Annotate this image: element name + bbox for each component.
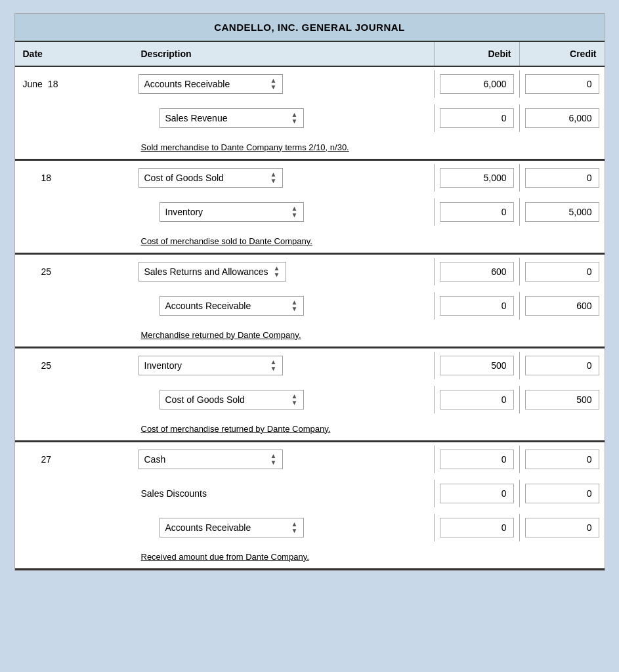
account-label: Accounts Receivable: [144, 79, 230, 89]
account-select[interactable]: Sales Returns and Allowances ▲▼: [139, 262, 286, 282]
header-debit: Debit: [434, 42, 519, 66]
credit-amount: 0: [525, 518, 599, 537]
description-cell: Inventory ▲▼: [133, 352, 434, 379]
account-select[interactable]: Sales Revenue ▲▼: [160, 108, 304, 128]
account-select[interactable]: Inventory ▲▼: [160, 202, 304, 222]
select-arrows-icon: ▲▼: [270, 171, 277, 184]
description-cell: Sales Returns and Allowances ▲▼: [133, 258, 434, 285]
entry-block-3: 25 Sales Returns and Allowances ▲▼ 600 0…: [15, 255, 605, 348]
debit-cell: 6,000: [434, 70, 519, 98]
select-arrows-icon: ▲▼: [270, 359, 277, 372]
account-label: Cash: [144, 454, 166, 465]
debit-cell: 0: [434, 292, 519, 320]
date-cell: 25: [15, 355, 133, 376]
credit-amount: 500: [525, 390, 599, 410]
debit-cell: 0: [434, 104, 519, 132]
entry-block-1: June 18 Accounts Receivable ▲▼ 6,000 0 S…: [15, 67, 605, 161]
description-cell: Sales Discounts: [133, 484, 434, 503]
account-select[interactable]: Accounts Receivable ▲▼: [160, 518, 304, 537]
account-select[interactable]: Cost of Goods Sold ▲▼: [139, 168, 283, 188]
note-text: Received amount due from Dante Company.: [133, 548, 434, 566]
plain-account-label: Sales Discounts: [141, 488, 207, 499]
debit-cell: 500: [434, 352, 519, 379]
entry-block-5: 27 Cash ▲▼ 0 0 Sales Discounts 0: [15, 442, 605, 570]
note-row: Sold merchandise to Dante Company terms …: [15, 135, 605, 159]
description-cell: Cash ▲▼: [133, 446, 434, 473]
debit-amount: 0: [440, 108, 514, 128]
account-select[interactable]: Accounts Receivable ▲▼: [139, 74, 283, 94]
select-arrows-icon: ▲▼: [274, 265, 280, 278]
account-label: Accounts Receivable: [165, 301, 251, 311]
header-description: Description: [133, 42, 434, 66]
debit-cell: 5,000: [434, 164, 519, 192]
note-text: Sold merchandise to Dante Company terms …: [133, 138, 434, 156]
credit-amount: 0: [525, 74, 599, 94]
date-cell: [15, 488, 133, 499]
account-label: Sales Returns and Allowances: [144, 266, 268, 277]
description-cell: Accounts Receivable ▲▼: [133, 70, 434, 98]
account-select[interactable]: Cash ▲▼: [139, 450, 283, 469]
debit-cell: 600: [434, 258, 519, 285]
date-cell: [15, 394, 133, 405]
description-cell: Cost of Goods Sold ▲▼: [133, 386, 434, 413]
description-cell: Accounts Receivable ▲▼: [133, 292, 434, 320]
description-cell: Cost of Goods Sold ▲▼: [133, 164, 434, 192]
table-row: Sales Discounts 0 0: [15, 476, 605, 511]
account-label: Cost of Goods Sold: [144, 173, 224, 183]
header-credit: Credit: [519, 42, 605, 66]
select-arrows-icon: ▲▼: [291, 521, 298, 534]
account-select[interactable]: Accounts Receivable ▲▼: [160, 296, 304, 316]
table-row: Sales Revenue ▲▼ 0 6,000: [15, 101, 605, 135]
credit-cell: 500: [519, 386, 605, 413]
account-select[interactable]: Inventory ▲▼: [139, 356, 283, 375]
note-text: Merchandise returned by Dante Company.: [133, 326, 434, 344]
credit-cell: 0: [519, 352, 605, 379]
select-arrows-icon: ▲▼: [291, 112, 298, 125]
note-text: Cost of merchandise sold to Dante Compan…: [133, 232, 434, 250]
debit-amount: 0: [440, 202, 514, 222]
note-row: Cost of merchandise sold to Dante Compan…: [15, 229, 605, 253]
debit-amount: 0: [440, 296, 514, 316]
debit-cell: 0: [434, 480, 519, 507]
select-arrows-icon: ▲▼: [291, 205, 298, 219]
description-cell: Sales Revenue ▲▼: [133, 104, 434, 132]
credit-cell: 0: [519, 258, 605, 285]
entry-block-4: 25 Inventory ▲▼ 500 0 Cost of Goods Sold…: [15, 348, 605, 442]
date-cell: [15, 301, 133, 311]
credit-cell: 0: [519, 70, 605, 98]
note-row: Received amount due from Dante Company.: [15, 545, 605, 568]
date-cell: June 18: [15, 74, 133, 94]
account-select[interactable]: Cost of Goods Sold ▲▼: [160, 390, 304, 410]
account-label: Inventory: [144, 360, 182, 371]
credit-amount: 6,000: [525, 108, 599, 128]
credit-cell: 600: [519, 292, 605, 320]
credit-amount: 600: [525, 296, 599, 316]
credit-cell: 6,000: [519, 104, 605, 132]
date-cell: [15, 522, 133, 533]
day-label: 18: [48, 79, 58, 89]
date-cell: 27: [15, 449, 133, 470]
debit-cell: 0: [434, 446, 519, 473]
account-label: Sales Revenue: [165, 113, 228, 123]
credit-amount: 0: [525, 484, 599, 503]
day-label: 27: [41, 454, 52, 465]
credit-cell: 0: [519, 164, 605, 192]
credit-amount: 0: [525, 168, 599, 188]
credit-cell: 0: [519, 446, 605, 473]
credit-amount: 0: [525, 262, 599, 282]
table-row: Inventory ▲▼ 0 5,000: [15, 195, 605, 229]
table-row: 27 Cash ▲▼ 0 0: [15, 442, 605, 476]
day-label: 25: [41, 360, 52, 371]
select-arrows-icon: ▲▼: [270, 77, 277, 91]
description-cell: Accounts Receivable ▲▼: [133, 514, 434, 541]
journal-table: CANDELLO, INC. GENERAL JOURNAL Date Desc…: [14, 13, 605, 571]
table-row: June 18 Accounts Receivable ▲▼ 6,000 0: [15, 67, 605, 101]
entry-block-2: 18 Cost of Goods Sold ▲▼ 5,000 0 Invento…: [15, 161, 605, 255]
date-cell: [15, 207, 133, 217]
table-row: 18 Cost of Goods Sold ▲▼ 5,000 0: [15, 161, 605, 195]
account-label: Accounts Receivable: [165, 522, 251, 533]
date-cell: [15, 113, 133, 123]
credit-amount: 5,000: [525, 202, 599, 222]
debit-cell: 0: [434, 198, 519, 226]
table-row: Accounts Receivable ▲▼ 0 600: [15, 289, 605, 323]
